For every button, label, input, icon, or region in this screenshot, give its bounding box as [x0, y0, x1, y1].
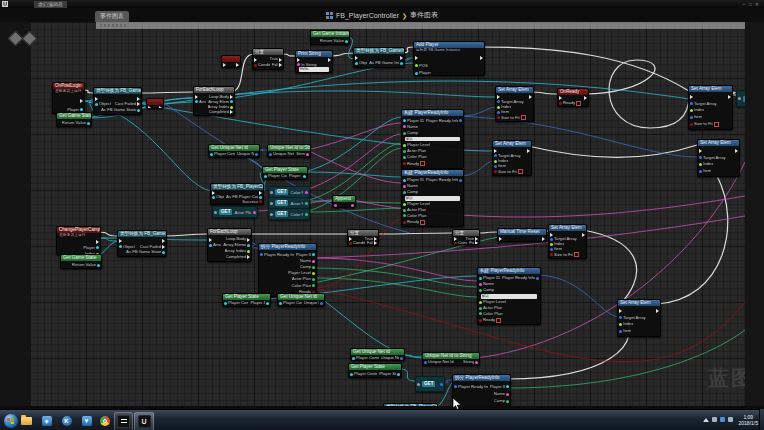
- enum-pin[interactable]: [479, 289, 482, 292]
- bool-pin[interactable]: [420, 161, 425, 166]
- bool-pin[interactable]: [518, 169, 523, 174]
- tray-icon-1[interactable]: [712, 417, 717, 422]
- tray-icon-2[interactable]: [720, 417, 725, 422]
- node-cast-gameinstance[interactable]: 类型转换为 FB_GameInstanceObjectAs FB Game In…: [353, 47, 405, 68]
- struct-pin[interactable]: [459, 119, 462, 122]
- bool-pin[interactable]: [559, 102, 562, 105]
- bool-pin[interactable]: [454, 242, 457, 245]
- node-sae-1[interactable]: Set Array ElemTarget ArrayIndexItemSize …: [495, 86, 534, 122]
- int-pin[interactable]: [690, 109, 693, 112]
- exec-pin[interactable]: [728, 95, 731, 99]
- node-make-readyinfo-1[interactable]: 构建 PlayerReadyInfoPlayer IDPlayer Ready …: [401, 109, 464, 169]
- exec-pin[interactable]: [619, 309, 622, 313]
- unreal-taskbar-icon[interactable]: U: [134, 412, 154, 430]
- obj-pin[interactable]: [397, 373, 400, 376]
- obj-pin[interactable]: [212, 196, 215, 199]
- enum-pin[interactable]: [479, 307, 482, 310]
- exec-pin[interactable]: [582, 233, 585, 237]
- window-title[interactable]: 虚幻编辑器: [34, 1, 67, 8]
- enum-pin[interactable]: [479, 312, 482, 315]
- node-netid-to-string-1[interactable]: Unique Net Id to StringUnique Net IdStri…: [267, 144, 311, 158]
- exec-pin[interactable]: [499, 237, 502, 241]
- str-pin[interactable]: [305, 191, 308, 194]
- struct-pin[interactable]: [459, 179, 462, 182]
- node-get-game-state-2[interactable]: Get Game StateReturn Value: [60, 254, 102, 269]
- bool-pin[interactable]: [349, 242, 352, 245]
- inline-field[interactable]: 默认: [405, 196, 460, 201]
- start-button[interactable]: [3, 412, 18, 429]
- struct-pin[interactable]: [690, 116, 693, 119]
- obj-pin[interactable]: [224, 302, 227, 305]
- close-button[interactable]: ✕: [755, 1, 762, 7]
- int-pin[interactable]: [619, 323, 622, 326]
- tray-expand-icon[interactable]: [703, 418, 709, 422]
- struct-pin[interactable]: [424, 361, 427, 364]
- bool-pin[interactable]: [259, 200, 262, 203]
- exec-pin[interactable]: [247, 238, 250, 242]
- str-pin[interactable]: [334, 204, 337, 207]
- node-get-player-state-3[interactable]: Get Player StatePlayer ControllerPlayer …: [348, 363, 402, 378]
- obj-pin[interactable]: [195, 100, 198, 103]
- enum-pin[interactable]: [403, 214, 406, 217]
- exec-pin[interactable]: [497, 95, 500, 99]
- app-icon-blue-2[interactable]: ▼: [80, 412, 93, 429]
- wild-pin[interactable]: [417, 383, 420, 386]
- exec-pin[interactable]: [279, 58, 282, 62]
- taskbar-clock[interactable]: 1:09 2018/1/5: [739, 414, 758, 426]
- enum-pin[interactable]: [403, 156, 406, 159]
- struct-pin[interactable]: [619, 330, 622, 333]
- bool-pin[interactable]: [403, 162, 406, 165]
- str-pin[interactable]: [351, 204, 354, 207]
- wild-pin[interactable]: [214, 211, 217, 214]
- obj-pin[interactable]: [312, 253, 315, 256]
- node-event-postlogin[interactable]: OnPostLogin在服务器上运行Player: [52, 82, 85, 114]
- exec-pin[interactable]: [699, 149, 702, 153]
- node-make-readyinfo-2[interactable]: 构建 PlayerReadyInfoPlayer IDPlayer Ready …: [401, 169, 464, 227]
- obj-pin[interactable]: [479, 277, 482, 280]
- struct-pin[interactable]: [400, 357, 403, 360]
- exec-pin[interactable]: [223, 63, 226, 67]
- window-controls[interactable]: ─□✕: [742, 0, 762, 8]
- node-sae-far-2[interactable]: Set Array ElemTarget ArrayIndexItem: [697, 139, 740, 177]
- inline-field[interactable]: 默认: [481, 294, 537, 299]
- node-mini-2[interactable]: [221, 55, 241, 68]
- node-manual-time-reset[interactable]: Manual Time Reset: [497, 228, 547, 242]
- node-foreach-1[interactable]: ForEachLoopLoop BodyArrayArray ElementAr…: [193, 86, 235, 116]
- bool-pin[interactable]: [496, 318, 501, 323]
- struct-pin[interactable]: [536, 277, 539, 280]
- bool-pin[interactable]: [550, 253, 553, 256]
- str-pin[interactable]: [253, 211, 256, 214]
- obj-pin[interactable]: [400, 62, 403, 65]
- enum-pin[interactable]: [403, 209, 406, 212]
- int-pin[interactable]: [497, 106, 500, 109]
- node-print-string-1[interactable]: Print StringIn StringHello: [295, 50, 333, 73]
- obj-pin[interactable]: [506, 385, 509, 388]
- struct-pin[interactable]: [690, 102, 693, 105]
- enum-pin[interactable]: [403, 150, 406, 153]
- show-desktop-button[interactable]: [759, 409, 764, 430]
- bool-pin[interactable]: [494, 170, 497, 173]
- node-sae-4[interactable]: Set Array ElemTarget ArrayIndexItem: [617, 299, 661, 337]
- node-append-1[interactable]: Append: [332, 195, 356, 208]
- int-pin[interactable]: [699, 163, 702, 166]
- bool-pin[interactable]: [254, 64, 257, 67]
- obj-pin[interactable]: [264, 175, 267, 178]
- wild-pin[interactable]: [738, 97, 741, 100]
- obj-pin[interactable]: [96, 246, 99, 249]
- node-foreach-2[interactable]: ForEachLoopLoop BodyArrayArray ElementAr…: [207, 228, 252, 262]
- obj-pin[interactable]: [247, 244, 250, 247]
- exec-pin[interactable]: [137, 97, 140, 101]
- enum-pin[interactable]: [312, 278, 315, 281]
- node-cast-playercontroller-1[interactable]: 类型转换为 FB_PlayerControllerObjectAs FB Pla…: [210, 183, 264, 205]
- exec-pin[interactable]: [415, 56, 418, 60]
- node-netid-to-string-2[interactable]: Unique Net Id to StringUnique Net IdStri…: [422, 352, 480, 366]
- node-sae-3[interactable]: Set Array ElemTarget ArrayIndexItemSize …: [548, 224, 587, 259]
- bool-pin[interactable]: [521, 115, 526, 120]
- bool-pin[interactable]: [497, 116, 500, 119]
- obj-pin[interactable]: [80, 108, 83, 111]
- node-event-changecamp[interactable]: ChangePlayerCamp在服务器上运行PlayerIndex: [56, 226, 101, 255]
- node-branch-2[interactable]: 分支TrueConditionFalse: [347, 229, 379, 246]
- int-pin[interactable]: [403, 144, 406, 147]
- int-pin[interactable]: [479, 301, 482, 304]
- exec-pin[interactable]: [80, 99, 83, 103]
